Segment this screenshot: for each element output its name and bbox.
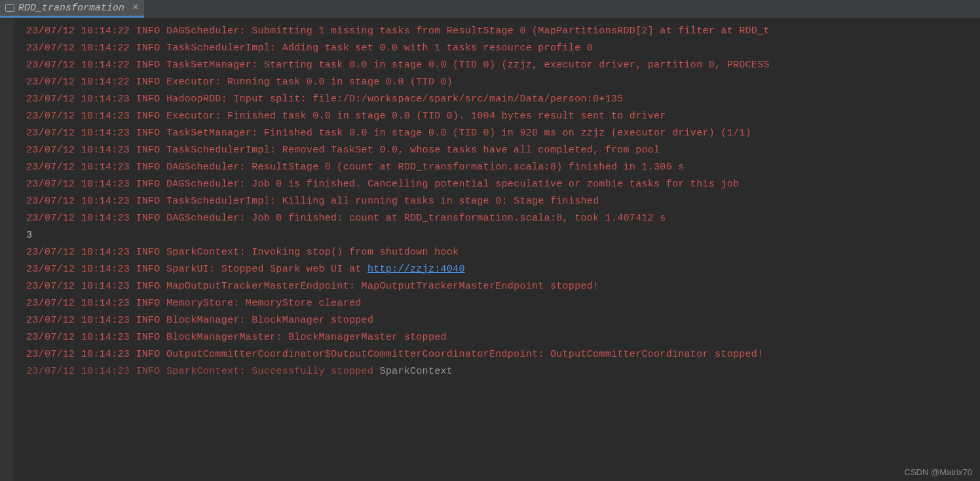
- console-line: 23/07/12 10:14:22 INFO TaskSchedulerImpl…: [26, 39, 980, 56]
- console-line: 23/07/12 10:14:23 INFO DAGScheduler: Job…: [26, 175, 980, 192]
- console-line: 23/07/12 10:14:23 INFO MemoryStore: Memo…: [26, 294, 980, 312]
- gutter: [0, 18, 14, 481]
- console-line: 23/07/12 10:14:23 INFO HadoopRDD: Input …: [26, 90, 980, 107]
- console-line: 23/07/12 10:14:23 INFO MapOutputTrackerM…: [26, 277, 980, 294]
- spark-ui-link[interactable]: http://zzjz:4040: [368, 264, 465, 275]
- console-line: 23/07/12 10:14:23 INFO SparkContext: Suc…: [26, 363, 980, 380]
- console-line: 23/07/12 10:14:23 INFO TaskSchedulerImpl…: [26, 141, 980, 158]
- console-line: 23/07/12 10:14:22 INFO TaskSetManager: S…: [26, 56, 980, 73]
- console-line: 23/07/12 10:14:22 INFO Executor: Running…: [26, 73, 980, 90]
- console-line: 23/07/12 10:14:23 INFO DAGScheduler: Res…: [26, 158, 980, 175]
- console-line: 23/07/12 10:14:23 INFO SparkUI: Stopped …: [26, 260, 980, 277]
- console-output[interactable]: 23/07/12 10:14:22 INFO DAGScheduler: Sub…: [0, 18, 980, 383]
- console-line: 23/07/12 10:14:23 INFO OutputCommitterCo…: [26, 346, 980, 363]
- console-line: 23/07/12 10:14:23 INFO SparkContext: Inv…: [26, 243, 980, 260]
- console-line: 23/07/12 10:14:23 INFO BlockManager: Blo…: [26, 312, 980, 329]
- console-line: 23/07/12 10:14:23 INFO DAGScheduler: Job…: [26, 209, 980, 226]
- console-line: 23/07/12 10:14:23 INFO Executor: Finishe…: [26, 107, 980, 124]
- console-text: SparkContext: [379, 366, 453, 377]
- console-line: 23/07/12 10:14:23 INFO BlockManagerMaste…: [26, 329, 980, 346]
- tab-rdd-transformation[interactable]: RDD_transformation ×: [0, 0, 144, 18]
- console-line: 23/07/12 10:14:23 INFO TaskSchedulerImpl…: [26, 192, 980, 209]
- console-line: 3: [26, 226, 980, 243]
- tab-bar: RDD_transformation ×: [0, 0, 980, 18]
- console-tab-icon: [5, 4, 14, 12]
- console-line: 23/07/12 10:14:23 INFO TaskSetManager: F…: [26, 124, 980, 141]
- tab-title: RDD_transformation: [18, 3, 124, 14]
- close-icon[interactable]: ×: [128, 2, 139, 14]
- console-line: 23/07/12 10:14:22 INFO DAGScheduler: Sub…: [26, 22, 980, 39]
- watermark: CSDN @Matrix70: [905, 467, 973, 477]
